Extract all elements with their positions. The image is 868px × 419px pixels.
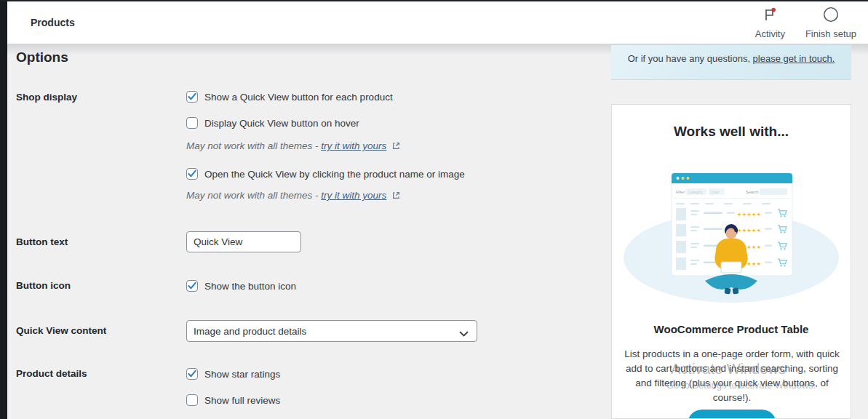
checkbox-label: Show star ratings — [204, 368, 280, 380]
try-it-link[interactable]: try it with yours — [321, 140, 386, 151]
promo-cta-button[interactable] — [688, 410, 776, 419]
checkbox-label: Show full reviews — [204, 394, 280, 407]
check-icon — [188, 370, 196, 378]
svg-text:Category: Category — [688, 190, 704, 194]
svg-text:Filter: Filter — [676, 190, 685, 194]
button-icon-checkbox[interactable] — [186, 280, 198, 292]
window-top-edge — [0, 0, 868, 1]
open-by-click-checkbox-row[interactable]: Open the Quick View by clicking the prod… — [186, 168, 465, 180]
finish-setup-circle-icon — [823, 7, 839, 25]
promo-product-name: WooCommerce Product Table — [612, 323, 851, 335]
hover-checkbox[interactable] — [186, 117, 198, 129]
page-title: Products — [31, 17, 75, 28]
button-text-input[interactable] — [186, 231, 301, 252]
checkbox-label: Show a Quick View button for each produc… — [204, 91, 393, 103]
button-text-label: Button text — [16, 236, 68, 247]
promo-description: List products in a one-page order form, … — [621, 347, 843, 405]
settings-content: Options Shop display Show a Quick View b… — [7, 44, 868, 419]
product-table-illustration: Filter Category Color Search — [622, 163, 840, 314]
full-reviews-checkbox[interactable] — [186, 394, 198, 406]
finish-setup-button[interactable]: Finish setup — [805, 7, 856, 39]
themes-note: May not work with all themes - try it wi… — [186, 190, 400, 201]
try-it-link[interactable]: try it with yours — [321, 190, 386, 201]
topbar: Products Activity — [7, 0, 868, 44]
checkbox-label: Show the button icon — [204, 280, 296, 292]
promo-card-heading: Works well with... — [612, 124, 851, 140]
quick-view-button-checkbox[interactable] — [186, 91, 198, 103]
themes-note: May not work with all themes - try it wi… — [186, 140, 400, 152]
svg-text:Color: Color — [711, 190, 720, 194]
check-icon — [188, 282, 196, 290]
finish-setup-label: Finish setup — [805, 28, 856, 39]
activity-label: Activity — [755, 28, 785, 39]
svg-text:★★★★★: ★★★★★ — [737, 212, 761, 217]
note-text: May not work with all themes - — [186, 190, 321, 201]
star-ratings-checkbox-row[interactable]: Show star ratings — [186, 368, 280, 380]
button-icon-checkbox-row[interactable]: Show the button icon — [186, 280, 296, 292]
check-icon — [188, 92, 196, 101]
activity-button[interactable]: Activity — [755, 7, 785, 39]
hover-checkbox-row[interactable]: Display Quick View button on hover — [186, 117, 359, 129]
svg-text:★★★★★: ★★★★★ — [737, 228, 761, 233]
note-text: May not work with all themes - — [186, 140, 321, 151]
select-value: Image and product details — [194, 326, 306, 337]
external-link-icon — [389, 191, 400, 201]
admin-sidebar-strip — [0, 0, 7, 419]
activity-flag-icon — [762, 7, 778, 25]
external-link-icon — [389, 141, 400, 152]
shop-display-label: Shop display — [16, 92, 77, 103]
checkbox-label: Open the Quick View by clicking the prod… — [204, 168, 465, 180]
topbar-actions: Activity Finish setup — [755, 7, 856, 39]
banner-text: Or if you have any questions, — [628, 53, 753, 64]
quick-view-content-select[interactable]: Image and product details — [186, 320, 477, 342]
checkbox-label: Display Quick View button on hover — [204, 117, 359, 129]
quick-view-content-label: Quick View content — [16, 325, 106, 336]
chevron-down-icon — [459, 329, 469, 340]
open-by-click-checkbox[interactable] — [186, 168, 198, 180]
options-heading: Options — [16, 49, 68, 65]
full-reviews-checkbox-row[interactable]: Show full reviews — [186, 394, 280, 407]
svg-text:Search: Search — [746, 190, 758, 194]
get-in-touch-link[interactable]: please get in touch. — [753, 53, 835, 64]
contact-banner: Or if you have any questions, please get… — [611, 45, 851, 80]
button-icon-label: Button icon — [16, 280, 71, 291]
product-details-label: Product details — [16, 368, 87, 379]
plugin-settings-page: Products Activity — [0, 0, 868, 419]
star-ratings-checkbox[interactable] — [186, 368, 198, 380]
quick-view-button-checkbox-row[interactable]: Show a Quick View button for each produc… — [186, 91, 393, 103]
check-icon — [188, 169, 196, 178]
promo-card: Works well with... Filter Category Color… — [611, 104, 851, 419]
